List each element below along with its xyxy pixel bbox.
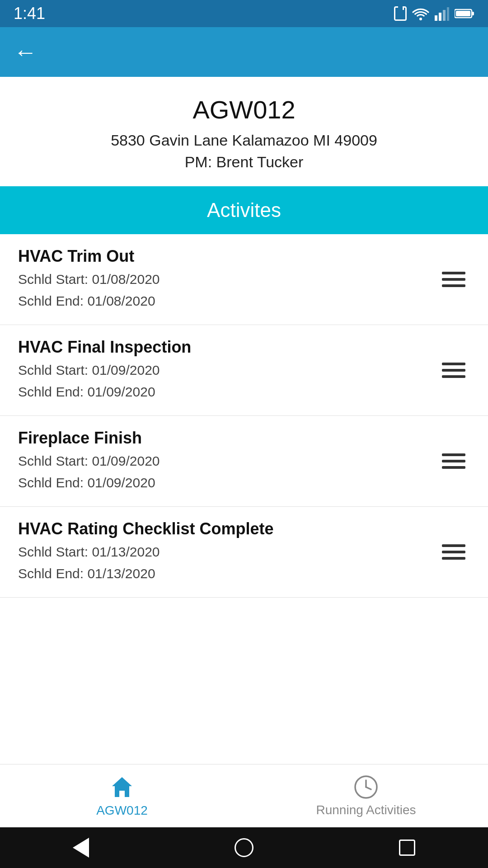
activity-item[interactable]: HVAC Rating Checklist CompleteSchld Star… xyxy=(0,507,488,598)
android-nav xyxy=(0,827,488,868)
activities-banner-text: Activites xyxy=(207,199,281,221)
home-icon xyxy=(109,774,135,800)
activity-details: HVAC Rating Checklist CompleteSchld Star… xyxy=(18,519,437,585)
svg-rect-3 xyxy=(443,10,446,21)
hamburger-line xyxy=(442,551,465,553)
svg-rect-7 xyxy=(456,11,470,16)
hamburger-line xyxy=(442,460,465,462)
svg-point-0 xyxy=(419,18,422,20)
hamburger-line xyxy=(442,278,465,281)
project-id: AGW012 xyxy=(14,95,474,124)
hamburger-line xyxy=(442,284,465,287)
header-info: AGW012 5830 Gavin Lane Kalamazoo MI 4900… xyxy=(0,77,488,186)
top-bar: ← xyxy=(0,27,488,77)
svg-rect-2 xyxy=(439,13,441,21)
activity-item[interactable]: HVAC Final InspectionSchld Start: 01/09/… xyxy=(0,325,488,416)
activity-details: Fireplace FinishSchld Start: 01/09/2020S… xyxy=(18,429,437,494)
activity-name: HVAC Trim Out xyxy=(18,247,437,266)
hamburger-line xyxy=(442,369,465,372)
activity-item[interactable]: Fireplace FinishSchld Start: 01/09/2020S… xyxy=(0,416,488,507)
activity-name: HVAC Final Inspection xyxy=(18,338,437,357)
project-address: 5830 Gavin Lane Kalamazoo MI 49009 PM: B… xyxy=(14,130,474,173)
status-time: 1:41 xyxy=(14,4,45,23)
svg-rect-6 xyxy=(472,12,474,15)
battery-icon xyxy=(455,8,474,19)
svg-rect-4 xyxy=(447,7,449,21)
back-button[interactable]: ← xyxy=(14,40,37,64)
android-back-btn[interactable] xyxy=(73,838,89,858)
menu-icon[interactable] xyxy=(437,540,470,564)
activity-details: HVAC Final InspectionSchld Start: 01/09/… xyxy=(18,338,437,403)
activity-details: HVAC Trim OutSchld Start: 01/08/2020Schl… xyxy=(18,247,437,312)
activity-name: HVAC Rating Checklist Complete xyxy=(18,519,437,538)
status-bar: 1:41 xyxy=(0,0,488,27)
hamburger-line xyxy=(442,544,465,547)
nav-running[interactable]: Running Activities xyxy=(244,770,488,822)
nav-running-label: Running Activities xyxy=(316,803,416,817)
activity-dates: Schld Start: 01/08/2020Schld End: 01/08/… xyxy=(18,269,437,312)
activities-list: HVAC Trim OutSchld Start: 01/08/2020Schl… xyxy=(0,234,488,764)
svg-rect-1 xyxy=(435,15,437,21)
hamburger-line xyxy=(442,466,465,469)
hamburger-line xyxy=(442,272,465,274)
android-home-btn[interactable] xyxy=(235,838,253,857)
android-recents-btn[interactable] xyxy=(399,840,415,856)
hamburger-line xyxy=(442,375,465,378)
nav-home[interactable]: AGW012 xyxy=(0,770,244,822)
address-line: 5830 Gavin Lane Kalamazoo MI 49009 xyxy=(111,132,377,149)
pm-line: PM: Brent Tucker xyxy=(185,153,304,170)
activity-item[interactable]: HVAC Trim OutSchld Start: 01/08/2020Schl… xyxy=(0,234,488,325)
hamburger-line xyxy=(442,363,465,365)
wifi-icon xyxy=(412,7,429,20)
activity-dates: Schld Start: 01/09/2020Schld End: 01/09/… xyxy=(18,359,437,403)
status-icons xyxy=(394,6,474,21)
activity-name: Fireplace Finish xyxy=(18,429,437,448)
svg-line-11 xyxy=(366,787,371,789)
sim-icon xyxy=(394,6,407,21)
activity-dates: Schld Start: 01/09/2020Schld End: 01/09/… xyxy=(18,450,437,494)
hamburger-line xyxy=(442,557,465,560)
nav-home-label: AGW012 xyxy=(96,803,148,818)
menu-icon[interactable] xyxy=(437,449,470,473)
activities-banner: Activites xyxy=(0,186,488,234)
menu-icon[interactable] xyxy=(437,267,470,292)
bottom-nav: AGW012 Running Activities xyxy=(0,764,488,827)
svg-marker-8 xyxy=(112,777,132,797)
activity-dates: Schld Start: 01/13/2020Schld End: 01/13/… xyxy=(18,541,437,585)
menu-icon[interactable] xyxy=(437,358,470,382)
hamburger-line xyxy=(442,453,465,456)
clock-icon xyxy=(354,775,378,799)
signal-icon xyxy=(435,6,449,21)
